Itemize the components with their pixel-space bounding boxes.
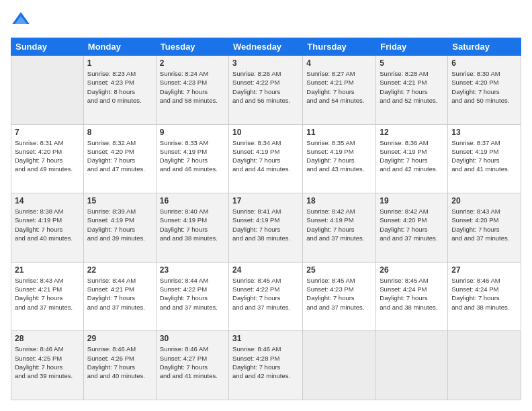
day-number: 3 (232, 58, 299, 68)
calendar-week-row: 14Sunrise: 8:38 AMSunset: 4:19 PMDayligh… (11, 193, 521, 263)
calendar-day-cell: 25Sunrise: 8:45 AMSunset: 4:23 PMDayligh… (303, 262, 376, 331)
day-info: Sunrise: 8:31 AMSunset: 4:20 PMDaylight:… (15, 138, 80, 174)
calendar-day-cell: 16Sunrise: 8:40 AMSunset: 4:19 PMDayligh… (156, 193, 228, 263)
day-number: 17 (232, 196, 299, 205)
day-number: 10 (232, 128, 299, 137)
day-number: 28 (15, 334, 80, 343)
weekday-header: Friday (376, 38, 448, 56)
calendar-day-cell: 13Sunrise: 8:37 AMSunset: 4:19 PMDayligh… (448, 124, 521, 193)
day-info: Sunrise: 8:26 AMSunset: 4:22 PMDaylight:… (232, 69, 299, 105)
day-info: Sunrise: 8:38 AMSunset: 4:19 PMDaylight:… (15, 207, 80, 242)
calendar-day-cell: 27Sunrise: 8:46 AMSunset: 4:24 PMDayligh… (448, 262, 521, 331)
header (11, 11, 521, 31)
day-number: 1 (87, 58, 152, 68)
weekday-header: Sunday (11, 38, 84, 56)
day-number: 29 (87, 334, 152, 343)
page: SundayMondayTuesdayWednesdayThursdayFrid… (0, 0, 532, 411)
calendar-day-cell: 19Sunrise: 8:42 AMSunset: 4:20 PMDayligh… (376, 193, 448, 263)
day-info: Sunrise: 8:28 AMSunset: 4:21 PMDaylight:… (380, 69, 444, 105)
calendar-day-cell: 15Sunrise: 8:39 AMSunset: 4:19 PMDayligh… (83, 193, 156, 263)
day-number: 2 (160, 58, 225, 68)
calendar-day-cell: 22Sunrise: 8:44 AMSunset: 4:21 PMDayligh… (83, 262, 156, 331)
day-info: Sunrise: 8:45 AMSunset: 4:24 PMDaylight:… (380, 276, 444, 312)
calendar-day-cell: 20Sunrise: 8:43 AMSunset: 4:20 PMDayligh… (448, 193, 521, 263)
calendar-day-cell: 12Sunrise: 8:36 AMSunset: 4:19 PMDayligh… (376, 124, 448, 193)
day-number: 16 (160, 196, 225, 205)
calendar-week-row: 21Sunrise: 8:43 AMSunset: 4:21 PMDayligh… (11, 262, 521, 331)
calendar-day-cell: 7Sunrise: 8:31 AMSunset: 4:20 PMDaylight… (11, 124, 84, 193)
calendar-day-cell: 17Sunrise: 8:41 AMSunset: 4:19 PMDayligh… (229, 193, 303, 263)
calendar-day-cell: 11Sunrise: 8:35 AMSunset: 4:19 PMDayligh… (303, 124, 376, 193)
calendar-day-cell: 2Sunrise: 8:24 AMSunset: 4:23 PMDaylight… (156, 56, 228, 125)
day-number: 27 (451, 265, 517, 275)
day-info: Sunrise: 8:46 AMSunset: 4:24 PMDaylight:… (451, 276, 517, 312)
calendar-day-cell: 6Sunrise: 8:30 AMSunset: 4:20 PMDaylight… (448, 56, 521, 125)
day-info: Sunrise: 8:42 AMSunset: 4:20 PMDaylight:… (380, 207, 444, 242)
calendar-day-cell: 28Sunrise: 8:46 AMSunset: 4:25 PMDayligh… (11, 331, 84, 400)
day-info: Sunrise: 8:40 AMSunset: 4:19 PMDaylight:… (160, 207, 225, 242)
day-number: 30 (160, 334, 225, 343)
calendar-day-cell: 24Sunrise: 8:45 AMSunset: 4:22 PMDayligh… (229, 262, 303, 331)
calendar-day-cell: 5Sunrise: 8:28 AMSunset: 4:21 PMDaylight… (376, 56, 448, 125)
day-info: Sunrise: 8:43 AMSunset: 4:21 PMDaylight:… (15, 276, 80, 312)
day-number: 31 (232, 334, 299, 343)
day-number: 20 (451, 196, 517, 205)
calendar-day-cell (376, 331, 448, 400)
day-info: Sunrise: 8:39 AMSunset: 4:19 PMDaylight:… (87, 207, 152, 242)
day-info: Sunrise: 8:46 AMSunset: 4:25 PMDaylight:… (15, 345, 80, 380)
day-number: 12 (380, 128, 444, 137)
day-info: Sunrise: 8:37 AMSunset: 4:19 PMDaylight:… (451, 138, 517, 174)
day-number: 5 (380, 58, 444, 68)
day-number: 15 (87, 196, 152, 205)
calendar-week-row: 1Sunrise: 8:23 AMSunset: 4:23 PMDaylight… (11, 56, 521, 125)
day-number: 26 (380, 265, 444, 275)
calendar-day-cell: 26Sunrise: 8:45 AMSunset: 4:24 PMDayligh… (376, 262, 448, 331)
day-number: 23 (160, 265, 225, 275)
day-info: Sunrise: 8:42 AMSunset: 4:19 PMDaylight:… (306, 207, 372, 242)
day-number: 22 (87, 265, 152, 275)
calendar-day-cell: 30Sunrise: 8:46 AMSunset: 4:27 PMDayligh… (156, 331, 228, 400)
logo (11, 11, 34, 31)
header-row: SundayMondayTuesdayWednesdayThursdayFrid… (11, 38, 521, 56)
calendar-day-cell: 21Sunrise: 8:43 AMSunset: 4:21 PMDayligh… (11, 262, 84, 331)
day-number: 13 (451, 128, 517, 137)
day-info: Sunrise: 8:24 AMSunset: 4:23 PMDaylight:… (160, 69, 225, 105)
day-number: 8 (87, 128, 152, 137)
day-info: Sunrise: 8:30 AMSunset: 4:20 PMDaylight:… (451, 69, 517, 105)
weekday-header: Wednesday (229, 38, 303, 56)
calendar-day-cell (448, 331, 521, 400)
day-info: Sunrise: 8:44 AMSunset: 4:21 PMDaylight:… (87, 276, 152, 312)
day-info: Sunrise: 8:27 AMSunset: 4:21 PMDaylight:… (306, 69, 372, 105)
day-number: 24 (232, 265, 299, 275)
day-number: 4 (306, 58, 372, 68)
day-number: 19 (380, 196, 444, 205)
calendar-day-cell: 23Sunrise: 8:44 AMSunset: 4:22 PMDayligh… (156, 262, 228, 331)
day-info: Sunrise: 8:46 AMSunset: 4:28 PMDaylight:… (232, 345, 299, 380)
day-info: Sunrise: 8:35 AMSunset: 4:19 PMDaylight:… (306, 138, 372, 174)
calendar-day-cell: 14Sunrise: 8:38 AMSunset: 4:19 PMDayligh… (11, 193, 84, 263)
calendar-week-row: 28Sunrise: 8:46 AMSunset: 4:25 PMDayligh… (11, 331, 521, 400)
day-info: Sunrise: 8:36 AMSunset: 4:19 PMDaylight:… (380, 138, 444, 174)
weekday-header: Thursday (303, 38, 376, 56)
calendar-day-cell (11, 56, 84, 125)
calendar-day-cell: 9Sunrise: 8:33 AMSunset: 4:19 PMDaylight… (156, 124, 228, 193)
calendar-day-cell: 29Sunrise: 8:46 AMSunset: 4:26 PMDayligh… (83, 331, 156, 400)
day-number: 7 (15, 128, 80, 137)
day-info: Sunrise: 8:34 AMSunset: 4:19 PMDaylight:… (232, 138, 299, 174)
day-info: Sunrise: 8:23 AMSunset: 4:23 PMDaylight:… (87, 69, 152, 105)
calendar-day-cell: 31Sunrise: 8:46 AMSunset: 4:28 PMDayligh… (229, 331, 303, 400)
calendar-day-cell: 4Sunrise: 8:27 AMSunset: 4:21 PMDaylight… (303, 56, 376, 125)
calendar-day-cell: 1Sunrise: 8:23 AMSunset: 4:23 PMDaylight… (83, 56, 156, 125)
day-info: Sunrise: 8:33 AMSunset: 4:19 PMDaylight:… (160, 138, 225, 174)
day-info: Sunrise: 8:32 AMSunset: 4:20 PMDaylight:… (87, 138, 152, 174)
day-number: 18 (306, 196, 372, 205)
calendar-day-cell: 18Sunrise: 8:42 AMSunset: 4:19 PMDayligh… (303, 193, 376, 263)
calendar-table: SundayMondayTuesdayWednesdayThursdayFrid… (11, 38, 521, 400)
calendar-day-cell: 3Sunrise: 8:26 AMSunset: 4:22 PMDaylight… (229, 56, 303, 125)
calendar-week-row: 7Sunrise: 8:31 AMSunset: 4:20 PMDaylight… (11, 124, 521, 193)
weekday-header: Saturday (448, 38, 521, 56)
logo-icon (11, 11, 31, 31)
day-info: Sunrise: 8:43 AMSunset: 4:20 PMDaylight:… (451, 207, 517, 242)
calendar-day-cell: 8Sunrise: 8:32 AMSunset: 4:20 PMDaylight… (83, 124, 156, 193)
day-number: 6 (451, 58, 517, 68)
